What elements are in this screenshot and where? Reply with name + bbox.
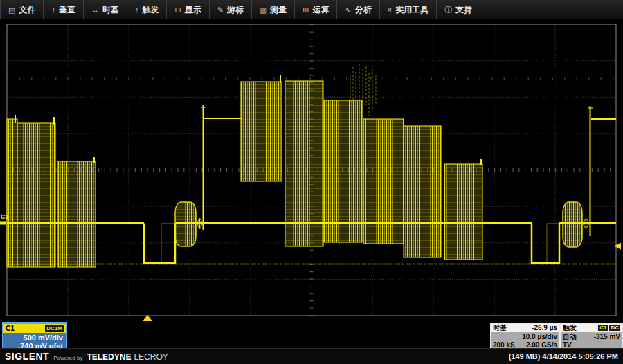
lecroy-logo: LECROY [134, 352, 168, 362]
menu-item-support[interactable]: ⓘ支持 [437, 0, 480, 19]
waveform-band [241, 82, 282, 181]
menu-item-label: 文件 [19, 4, 35, 16]
timebase-scale: 10.0 µs/div [522, 333, 557, 341]
vertical-icon: ↕ [51, 6, 55, 14]
analysis-icon: ∿ [345, 6, 351, 14]
utility-icon: × [388, 6, 392, 14]
channel-name: C1 [6, 325, 15, 333]
display-icon: ⊟ [174, 6, 181, 14]
waveform-display[interactable]: C1 [0, 19, 623, 322]
menu-item-trigger[interactable]: ↑触发 [127, 0, 168, 19]
siglent-logo: SIGLENT [5, 351, 49, 362]
menu-item-label: 显示 [185, 4, 201, 16]
timebase-header: 时基 -26.9 µs [491, 324, 559, 332]
channel-coupling-badge: DC1M [45, 325, 64, 332]
menu-item-label: 时基 [102, 4, 119, 16]
waveform-band [444, 164, 482, 260]
support-icon: ⓘ [444, 6, 452, 14]
channel-header: C1 DC1M [3, 324, 66, 333]
memory-and-timestamp: (149 MB) 4/14/2014 5:05:26 PM [509, 352, 618, 361]
color-burst [563, 202, 582, 247]
channel-offset-arrow[interactable] [0, 222, 6, 225]
waveform-band [7, 119, 17, 267]
teledyne-logo: TELEDYNE [87, 352, 131, 362]
channel-scale: 500 mV/div [6, 334, 63, 342]
menu-item-label: 分析 [355, 4, 372, 16]
file-icon: ▤ [8, 6, 15, 14]
menu-item-timebase[interactable]: ↔时基 [84, 0, 127, 19]
trigger-descriptor[interactable]: 触发 C1 DC 自动 -315 mV TV [560, 323, 623, 352]
math-icon: ⊞ [303, 6, 309, 14]
menu-bar: ▤文件↕垂直↔时基↑触发⊟显示✎游标▥测量⊞运算∿分析×实用工具ⓘ支持 [0, 0, 623, 20]
menu-item-label: 触发 [142, 4, 159, 16]
trigger-level: -315 mV [594, 333, 620, 341]
oscilloscope-screen: ▤文件↕垂直↔时基↑触发⊟显示✎游标▥测量⊞运算∿分析×实用工具ⓘ支持 C1 C… [0, 0, 623, 364]
brand-logos: SIGLENT Powered by TELEDYNE LECROY [5, 351, 168, 362]
sync-pulse [144, 224, 175, 264]
waveform-band [323, 100, 362, 242]
menu-item-measure[interactable]: ▥测量 [252, 0, 295, 19]
menu-item-math[interactable]: ⊞运算 [295, 0, 337, 19]
menu-item-label: 运算 [312, 4, 329, 16]
waveform-band [285, 81, 323, 246]
timebase-descriptor[interactable]: 时基 -26.9 µs 10.0 µs/div 200 kS 2.00 GS/s [490, 323, 560, 352]
trigger-label: 触发 [563, 324, 577, 332]
trigger-icon: ↑ [135, 6, 139, 14]
waveform-band [17, 123, 55, 267]
menu-item-display[interactable]: ⊟显示 [167, 0, 209, 19]
timebase-icon: ↔ [91, 6, 99, 14]
measure-icon: ▥ [260, 6, 267, 14]
menu-item-label: 支持 [455, 4, 472, 16]
waveform-band [363, 119, 404, 244]
timebase-delay: -26.9 µs [532, 324, 557, 332]
trigger-level-marker[interactable] [614, 243, 621, 250]
cursor-icon: ✎ [217, 6, 224, 14]
menu-item-utility[interactable]: ×实用工具 [380, 0, 437, 19]
menu-item-label: 测量 [270, 4, 287, 16]
trigger-mode: 自动 [563, 333, 577, 341]
waveform-band [57, 161, 96, 267]
menu-item-analysis[interactable]: ∿分析 [337, 0, 379, 19]
timebase-label: 时基 [493, 324, 507, 332]
menu-item-file[interactable]: ▤文件 [0, 0, 44, 19]
channel-offset-marker[interactable]: C1 [1, 213, 9, 220]
trigger-source-badge: C1 [598, 325, 608, 331]
menu-item-label: 游标 [227, 4, 244, 16]
menu-item-vertical[interactable]: ↕垂直 [44, 0, 84, 19]
menu-item-cursor[interactable]: ✎游标 [210, 0, 252, 19]
status-bar: SIGLENT Powered by TELEDYNE LECROY (149 … [0, 348, 623, 364]
trigger-header: 触发 C1 DC [561, 324, 622, 332]
waveform-band [404, 126, 441, 257]
menu-item-label: 实用工具 [395, 4, 428, 16]
powered-by-text: Powered by [53, 355, 82, 361]
menu-item-label: 垂直 [59, 4, 75, 16]
trigger-coupling-badge: DC [609, 325, 620, 331]
